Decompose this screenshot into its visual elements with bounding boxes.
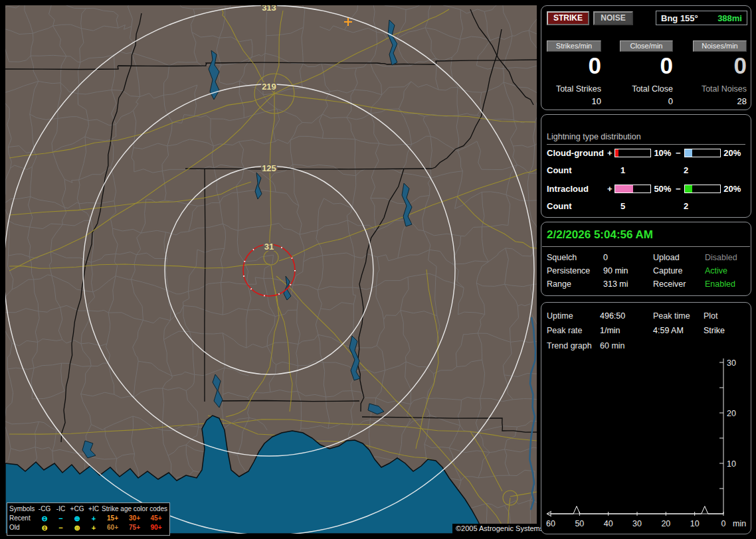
legend-old-label: Old [9,523,36,532]
squelch-label: Squelch [547,251,603,264]
pos-cg-old-icon: ⊕ [68,523,86,532]
minus-sign: − [676,148,684,158]
status-panel: 2/2/2026 5:04:56 AM Squelch 0 Upload Dis… [541,222,751,296]
cloud-ground-count-row: Count 1 2 [547,165,745,175]
receiver-label: Receiver [653,277,705,291]
svg-text:20: 20 [727,409,736,418]
uptime-label: Uptime [547,309,600,323]
divider [542,246,750,247]
svg-text:10: 10 [727,459,736,469]
legend-col-neg-cg: -CG [36,504,53,514]
noise-toggle-button[interactable]: NOISE [593,11,633,25]
svg-text:20: 20 [661,519,670,528]
cloud-ground-positive-count: 1 [620,165,676,175]
bearing-distance: 388mi [717,13,742,23]
bearing-label: Bng 155° [661,13,698,23]
plot-mode-value: Strike [704,323,748,338]
age-60-label: 60+ [102,523,124,532]
svg-text:50: 50 [575,519,584,528]
uptime-value: 496:50 [600,309,653,323]
copyright-notice: ©2005 Astrogenic Systems [452,524,547,534]
cloud-ground-positive-bar [614,149,651,157]
plus-sign: + [607,184,614,194]
datetime-display: 2/2/2026 5:04:56 AM [547,228,653,242]
range-ring-label: 313 [262,5,276,13]
close-per-min-value: 0 [620,53,673,78]
svg-text:30: 30 [632,519,642,528]
cloud-ground-positive-pct: 10% [654,148,676,158]
pos-ic-old-icon: + [86,523,102,532]
noises-per-min-button[interactable]: Noises/min [693,40,747,52]
neg-cg-recent-icon: ⊖ [36,514,53,523]
neg-ic-old-icon: − [53,523,68,532]
peak-time-value: 4:59 AM [653,323,704,338]
trend-graph: 1020306050403020100min [541,348,751,534]
status-row: Squelch 0 Upload Disabled [547,251,748,264]
neg-ic-recent-icon: − [53,514,68,523]
legend-col-pos-ic: +IC [86,504,102,514]
legend-col-pos-cg: +CG [68,504,86,514]
upload-label: Upload [653,251,705,264]
intracloud-label: Intracloud [547,184,607,194]
bearing-display: Bng 155° 388mi [656,11,747,25]
age-30-label: 30+ [124,514,145,523]
close-per-min-button[interactable]: Close/min [620,40,673,52]
status-row: Persistence 90 min Capture Active [547,264,748,277]
intracloud-row: Intracloud + 50% − 20% [547,184,745,194]
pos-cg-recent-icon: ⊕ [68,514,86,523]
pos-ic-recent-icon: + [86,514,102,523]
total-noises-label: Total Noises [682,84,747,94]
age-90-label: 90+ [145,523,167,532]
range-ring-label: 219 [262,82,276,92]
strike-toggle-button[interactable]: STRIKE [547,11,589,25]
strikes-per-min-button[interactable]: Strikes/min [547,40,601,52]
svg-text:30: 30 [727,358,736,368]
peak-time-label: Peak time [653,309,704,323]
status-row: Range 313 mi Receiver Enabled [547,277,748,291]
upload-status: Disabled [705,251,748,264]
receiver-status: Enabled [705,277,748,291]
intracloud-negative-pct: 20% [723,184,745,194]
minus-sign: − [676,184,684,194]
total-close-value: 0 [620,96,673,106]
range-ring-label: 125 [262,163,276,173]
peak-rate-value: 1/min [600,323,653,338]
strikes-per-min-value: 0 [547,53,601,78]
total-strikes-value: 10 [547,96,601,106]
total-noises-value: 28 [682,96,747,106]
runtime-row: Peak rate 1/min 4:59 AM Strike [547,323,748,338]
capture-label: Capture [653,264,705,277]
range-value: 313 mi [603,277,653,291]
strikes-counter-column: Strikes/min 0 Total Strikes 10 [547,40,601,106]
svg-text:10: 10 [690,519,700,528]
squelch-value: 0 [603,251,653,264]
range-label: Range [547,277,603,291]
count-label: Count [547,201,608,211]
legend-symbols-title: Symbols [9,504,36,514]
age-75-label: 75+ [124,523,145,532]
cloud-ground-label: Cloud-ground [547,148,607,158]
intracloud-count-row: Count 5 2 [547,201,745,211]
lightning-map[interactable]: 31125219313 [5,5,537,534]
cloud-ground-row: Cloud-ground + 10% − 20% [547,148,745,158]
peak-rate-label: Peak rate [547,323,600,338]
cloud-ground-negative-pct: 20% [723,148,745,158]
capture-status: Active [705,264,748,277]
intracloud-negative-count: 2 [684,201,688,211]
legend-age-title: Strike age color codes [102,504,167,514]
plus-sign: + [607,148,614,158]
range-ring-label: 31 [264,242,274,252]
svg-text:60: 60 [546,519,555,528]
age-45-label: 45+ [145,514,167,523]
svg-text:min: min [733,519,746,528]
intracloud-negative-bar [684,185,721,193]
count-label: Count [547,165,608,175]
legend-col-neg-ic: -IC [53,504,68,514]
distribution-panel: Lightning type distribution Cloud-ground… [541,114,751,218]
svg-text:40: 40 [604,519,613,528]
runtime-row: Uptime 496:50 Peak time Plot [547,309,748,323]
distribution-title: Lightning type distribution [547,132,745,145]
map-legend: Symbols -CG -IC +CG +IC Strike age color… [7,502,170,536]
noises-counter-column: Noises/min 0 Total Noises 28 [682,40,747,106]
persistence-value: 90 min [603,264,653,277]
